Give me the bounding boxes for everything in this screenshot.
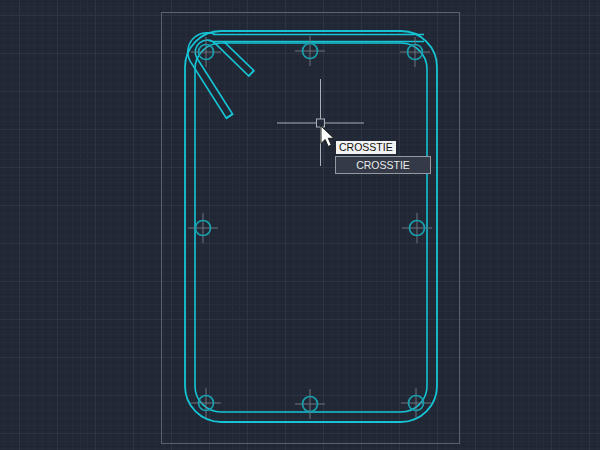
- rebar-bar[interactable]: [188, 213, 218, 243]
- dynamic-input-field[interactable]: CROSSTIE: [336, 141, 396, 154]
- mouse-pointer-icon: [321, 126, 334, 147]
- stirrup-inner-rect[interactable]: [195, 43, 427, 412]
- autocomplete-suggestion-item[interactable]: CROSSTIE: [335, 156, 431, 174]
- drawing-layer: [0, 0, 600, 450]
- stirrup-outer-rect[interactable]: [185, 31, 437, 422]
- rebar-layer: [188, 36, 432, 419]
- cad-drawing-canvas[interactable]: CROSSTIE CROSSTIE: [0, 0, 600, 450]
- rebar-bar[interactable]: [295, 389, 325, 419]
- crosstie-hook[interactable]: [192, 36, 252, 117]
